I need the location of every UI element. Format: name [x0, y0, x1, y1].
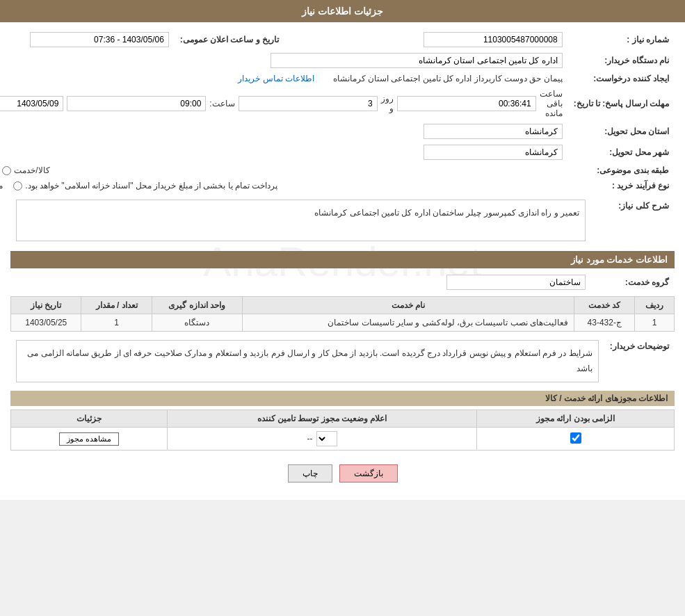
description-label: شرح کلی نیاز:	[591, 197, 675, 244]
category-radios: کالا/خدمت خدمت کالا	[0, 163, 568, 178]
creator-label: ایجاد کننده درخواست:	[568, 71, 675, 86]
row-unit: دستگاه	[152, 314, 242, 332]
response-deadline-row: ساعت باقی مانده روز و ساعت:	[0, 86, 568, 121]
contact-link[interactable]: اطلاعات تماس خریدار	[238, 74, 314, 83]
date-input	[30, 32, 169, 47]
buyer-notes-text: شرایط در فرم استعلام و پیش نویس قرارداد …	[27, 348, 592, 373]
license-required-checkbox[interactable]	[570, 432, 581, 444]
page-header: جزئیات اطلاعات نیاز	[0, 0, 685, 22]
city-value	[0, 142, 568, 163]
buyer-org-input	[271, 53, 563, 68]
province-label: استان محل تحویل:	[568, 121, 675, 142]
license-status-value: --	[307, 434, 313, 444]
response-date-input	[0, 96, 63, 111]
category-label-3: کالا/خدمت	[14, 165, 49, 175]
description-text: تعمیر و راه اندازی کمپرسور چیلر ساختمان …	[314, 208, 579, 218]
province-input	[424, 124, 563, 139]
purchase-radio2-item: متوسط	[0, 181, 3, 191]
need-number-value	[312, 29, 568, 50]
days-input	[239, 96, 378, 111]
row-date: 1403/05/25	[11, 314, 81, 332]
buyer-org-label: نام دستگاه خریدار:	[568, 50, 675, 71]
license-details-cell: مشاهده مجوز	[11, 428, 168, 451]
category-radio-goods-service: کالا/خدمت	[2, 165, 49, 175]
license-col-required: الزامی بودن ارائه مجوز	[477, 410, 675, 428]
purchase-radio3-input[interactable]	[13, 181, 22, 191]
license-required-cell	[477, 428, 675, 451]
purchase-type-label: نوع فرآیند خرید :	[568, 178, 675, 193]
main-content: AnaRender.net شماره نیاز : تاریخ و ساعت …	[0, 22, 685, 500]
description-table: شرح کلی نیاز: تعمیر و راه اندازی کمپرسور…	[10, 197, 675, 244]
description-box: تعمیر و راه اندازی کمپرسور چیلر ساختمان …	[16, 200, 586, 241]
province-value	[0, 121, 568, 142]
buyer-notes-value-cell: شرایط در فرم استعلام و پیش نویس قرارداد …	[10, 337, 604, 385]
purchase-radio3-item: پرداخت تمام یا بخشی از مبلغ خریداز محل "…	[13, 181, 277, 191]
services-table: ردیف کد خدمت نام خدمت واحد اندازه گیری ت…	[10, 296, 675, 332]
service-group-value	[10, 272, 591, 293]
col-header-row: ردیف	[635, 297, 675, 314]
services-section-header: اطلاعات خدمات مورد نیاز	[10, 251, 675, 268]
remaining-time-label: ساعت باقی مانده	[540, 89, 563, 118]
col-header-code: کد خدمت	[574, 297, 635, 314]
view-license-button[interactable]: مشاهده مجوز	[59, 432, 119, 446]
need-number-label: شماره نیاز :	[568, 29, 675, 50]
service-group-table: گروه خدمت:	[10, 272, 675, 293]
table-row: 1 ج-432-43 فعالیت‌های نصب تاسیسات برق، ل…	[11, 314, 675, 332]
row-code: ج-432-43	[574, 314, 635, 332]
remaining-time-input	[397, 96, 536, 111]
category-label: طبقه بندی موضوعی:	[568, 163, 675, 178]
time-label: ساعت:	[209, 99, 234, 108]
purchase-label-3: پرداخت تمام یا بخشی از مبلغ خریداز محل "…	[25, 181, 277, 191]
row-qty: 1	[81, 314, 152, 332]
page-title: جزئیات اطلاعات نیاز	[302, 6, 383, 17]
col-header-unit: واحد اندازه گیری	[152, 297, 242, 314]
city-label: شهر محل تحویل:	[568, 142, 675, 163]
creator-value: پیمان حق دوست کاربرداز اداره کل تامین اج…	[0, 71, 568, 86]
purchase-label-2: متوسط	[0, 181, 3, 191]
buyer-notes-box: شرایط در فرم استعلام و پیش نویس قرارداد …	[16, 340, 599, 382]
license-section-header: اطلاعات مجوزهای ارائه خدمت / کالا	[10, 391, 675, 406]
need-number-input	[424, 32, 563, 47]
row-service-name: فعالیت‌های نصب تاسیسات برق، لوله‌کشی و س…	[242, 314, 574, 332]
days-label: روز و	[381, 94, 394, 113]
license-col-status: اعلام وضعیت مجوز توسط تامین کننده	[168, 410, 477, 428]
col-header-qty: تعداد / مقدار	[81, 297, 152, 314]
time-input	[67, 96, 206, 111]
buyer-notes-label: توضیحات خریدار:	[604, 337, 675, 385]
category-radio3-input[interactable]	[2, 166, 11, 175]
service-group-label: گروه خدمت:	[591, 272, 675, 293]
license-status-select[interactable]: ˇ	[316, 431, 337, 446]
date-label: تاریخ و ساعت اعلان عمومی:	[175, 29, 284, 50]
response-deadline-label: مهلت ارسال پاسخ: تا تاریخ:	[568, 86, 675, 121]
creator-text: پیمان حق دوست کاربرداز اداره کل تامین اج…	[333, 74, 563, 83]
license-status-cell: ˇ --	[168, 428, 477, 451]
col-header-name: نام خدمت	[242, 297, 574, 314]
button-row: بازگشت چاپ	[10, 454, 675, 493]
back-button[interactable]: بازگشت	[339, 464, 398, 483]
buyer-notes-table: توضیحات خریدار: شرایط در فرم استعلام و پ…	[10, 337, 675, 385]
license-col-details: جزئیات	[11, 410, 168, 428]
date-value	[0, 29, 175, 50]
buyer-org-value	[0, 50, 568, 71]
page-container: جزئیات اطلاعات نیاز AnaRender.net شماره …	[0, 0, 685, 500]
license-table: الزامی بودن ارائه مجوز اعلام وضعیت مجوز …	[10, 410, 675, 451]
col-header-date: تاریخ نیاز	[11, 297, 81, 314]
description-value-cell: تعمیر و راه اندازی کمپرسور چیلر ساختمان …	[10, 197, 591, 244]
city-input	[424, 145, 563, 160]
row-number: 1	[635, 314, 675, 332]
service-group-input	[446, 275, 586, 290]
content-wrapper: شماره نیاز : تاریخ و ساعت اعلان عمومی: ن…	[10, 29, 675, 493]
print-button[interactable]: چاپ	[288, 464, 332, 483]
license-row: ˇ -- مشاهده مجوز	[11, 428, 675, 451]
basic-info-table: شماره نیاز : تاریخ و ساعت اعلان عمومی: ن…	[0, 29, 675, 193]
purchase-type-radios: پرداخت تمام یا بخشی از مبلغ خریداز محل "…	[0, 178, 568, 193]
